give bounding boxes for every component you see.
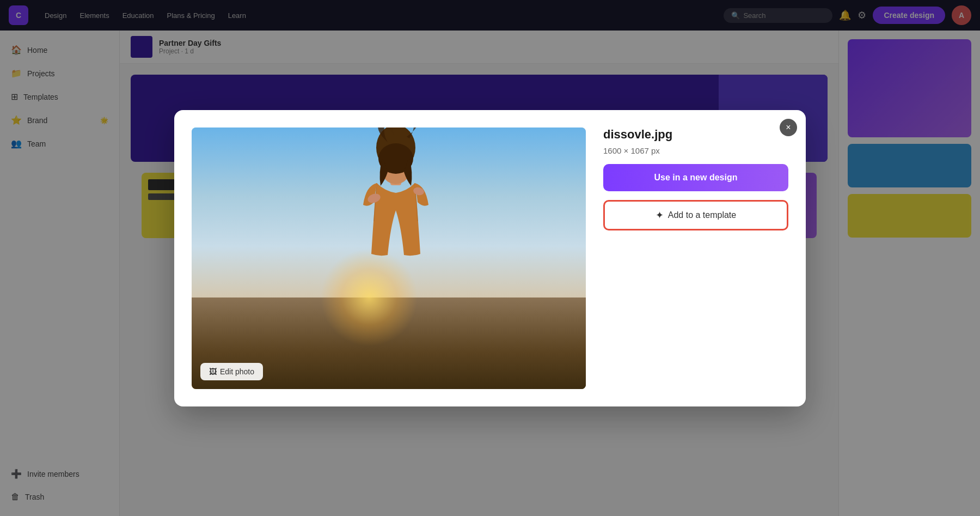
edit-photo-icon: 🖼 [209,367,217,376]
add-to-template-label: Add to a template [668,210,736,220]
photo-person [325,128,467,311]
modal-info-section: dissovle.jpg 1600 × 1067 px Use in a new… [603,128,788,389]
add-to-template-button[interactable]: ✦ Add to a template [603,200,788,230]
modal-backdrop[interactable]: × [0,0,980,516]
use-in-design-button[interactable]: Use in a new design [603,164,788,191]
edit-photo-button[interactable]: 🖼 Edit photo [200,363,263,380]
modal-dimensions: 1600 × 1067 px [603,146,788,155]
modal-filename: dissovle.jpg [603,128,788,142]
modal-image-section: 🖼 Edit photo [192,128,586,389]
sparkle-icon: ✦ [656,209,664,221]
modal-image-preview [192,128,586,389]
modal-dialog: × [174,110,806,406]
edit-photo-label: Edit photo [220,367,254,376]
modal-close-button[interactable]: × [780,119,797,136]
